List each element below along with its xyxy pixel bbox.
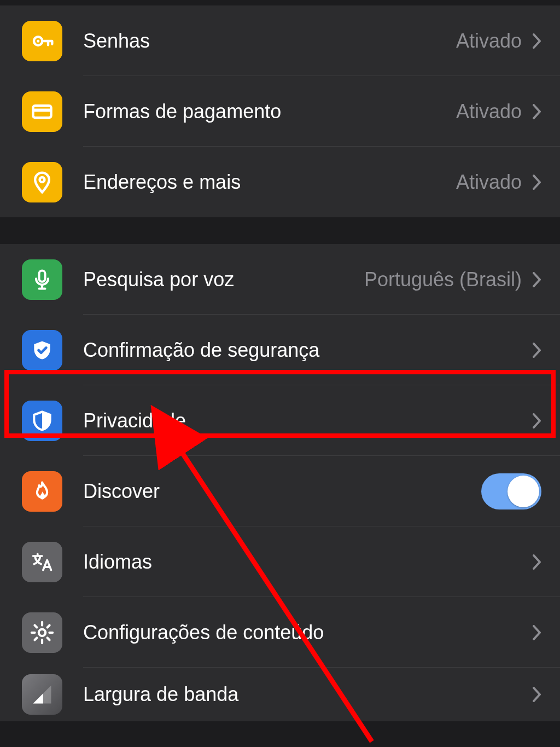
row-label: Formas de pagamento <box>83 100 456 123</box>
pin-icon <box>22 162 62 202</box>
row-bandwidth[interactable]: Largura de banda <box>0 668 560 721</box>
chevron-right-icon <box>533 554 541 570</box>
mic-icon <box>22 259 62 300</box>
row-discover[interactable]: Discover <box>0 456 560 526</box>
row-label: Confirmação de segurança <box>83 339 533 362</box>
row-value: Ativado <box>456 171 522 194</box>
row-label: Pesquisa por voz <box>83 268 364 291</box>
key-icon <box>22 21 62 61</box>
gear-icon <box>22 612 62 653</box>
row-value: Português (Brasil) <box>364 268 522 291</box>
flame-icon <box>22 471 62 512</box>
chevron-right-icon <box>533 33 541 49</box>
row-value: Ativado <box>456 30 522 53</box>
discover-toggle[interactable] <box>481 473 541 509</box>
row-label: Idiomas <box>83 551 533 574</box>
chevron-right-icon <box>533 104 541 119</box>
signal-icon <box>22 674 62 715</box>
settings-screen: Senhas Ativado Formas de pagamento Ativa… <box>0 0 560 747</box>
chevron-right-icon <box>533 625 541 640</box>
svg-rect-3 <box>33 108 51 112</box>
row-label: Privacidade <box>83 409 533 432</box>
row-addresses[interactable]: Endereços e mais Ativado <box>0 147 560 217</box>
row-languages[interactable]: Idiomas <box>0 526 560 597</box>
row-payment-methods[interactable]: Formas de pagamento Ativado <box>0 76 560 147</box>
row-voice-search[interactable]: Pesquisa por voz Português (Brasil) <box>0 244 560 315</box>
svg-point-6 <box>39 629 45 635</box>
chevron-right-icon <box>533 413 541 428</box>
chevron-right-icon <box>533 687 541 702</box>
row-value: Ativado <box>456 100 522 123</box>
row-security-checkup[interactable]: Confirmação de segurança <box>0 315 560 385</box>
row-label: Endereços e mais <box>83 171 456 194</box>
settings-group-general: Pesquisa por voz Português (Brasil) Conf… <box>0 244 560 721</box>
shield-half-icon <box>22 401 62 441</box>
row-label: Senhas <box>83 30 456 53</box>
svg-rect-5 <box>39 270 45 281</box>
translate-icon <box>22 542 62 582</box>
settings-group-autofill: Senhas Ativado Formas de pagamento Ativa… <box>0 5 560 217</box>
row-label: Discover <box>83 480 481 503</box>
chevron-right-icon <box>533 175 541 190</box>
chevron-right-icon <box>533 272 541 287</box>
card-icon <box>22 91 62 132</box>
row-passwords[interactable]: Senhas Ativado <box>0 5 560 76</box>
row-label: Configurações de conteúdo <box>83 621 533 644</box>
svg-point-1 <box>37 39 39 42</box>
shield-check-icon <box>22 330 62 370</box>
row-content-settings[interactable]: Configurações de conteúdo <box>0 597 560 668</box>
row-label: Largura de banda <box>83 683 533 706</box>
svg-point-4 <box>40 177 45 182</box>
row-privacy[interactable]: Privacidade <box>0 385 560 456</box>
chevron-right-icon <box>533 343 541 358</box>
